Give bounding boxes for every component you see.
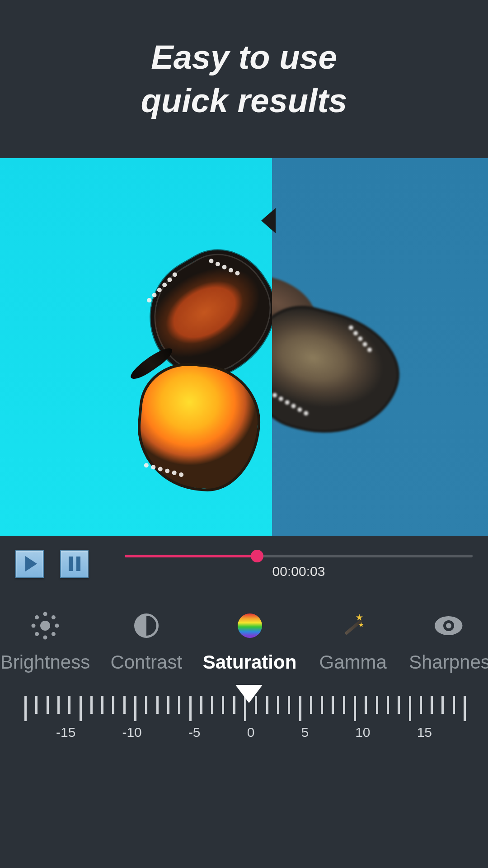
compare-divider-handle-icon[interactable] (261, 208, 276, 233)
butterfly-saturated-image (95, 260, 272, 454)
ruler-label: 0 (247, 725, 255, 740)
ruler-pointer-icon[interactable] (235, 685, 263, 703)
ruler-label: -5 (188, 725, 201, 740)
ruler-tick (299, 696, 301, 721)
playback-controls: 00:00:03 (0, 536, 488, 589)
contrast-icon (132, 612, 160, 640)
ruler-tick (288, 696, 290, 714)
play-icon (25, 556, 37, 571)
tab-label: Brightness (0, 651, 90, 673)
ruler-tick (321, 696, 323, 714)
ruler-tick (343, 696, 345, 714)
saturation-icon (236, 612, 264, 640)
tab-brightness[interactable]: Brightness (0, 612, 90, 673)
ruler-tick (156, 696, 159, 714)
ruler-tick (35, 696, 38, 714)
playback-thumb[interactable] (251, 550, 263, 562)
ruler-tick (441, 696, 444, 714)
ruler-tick (277, 696, 279, 714)
ruler-tick (189, 696, 192, 721)
ruler-tick (112, 696, 114, 714)
ruler-tick (123, 696, 126, 714)
ruler-tick (80, 696, 82, 721)
tab-saturation[interactable]: Saturation (202, 612, 297, 673)
sharpness-icon (435, 612, 463, 640)
ruler-tick (57, 696, 60, 714)
ruler-tick (266, 696, 268, 714)
ruler-tick (431, 696, 433, 714)
tab-gamma[interactable]: Gamma (305, 612, 400, 673)
ruler-tick (398, 696, 400, 714)
ruler-tick (211, 696, 213, 714)
tab-contrast[interactable]: Contrast (99, 612, 194, 673)
playback-progress-fill (125, 555, 257, 557)
ruler-tick (47, 696, 49, 714)
value-ruler[interactable]: -15-10-5051015 (0, 687, 488, 740)
ruler-tick (376, 696, 378, 714)
ruler-tick (68, 696, 70, 714)
timecode-label: 00:00:03 (272, 564, 325, 579)
tab-label: Sharpness (409, 651, 488, 673)
adjustment-tabs: Brightness Contrast Saturation Gamma Sha… (0, 589, 488, 687)
ruler-label: -10 (122, 725, 141, 740)
ruler-tick (420, 696, 422, 714)
preview-comparison[interactable] (0, 158, 488, 536)
ruler-tick (24, 696, 27, 721)
ruler-label: 5 (301, 725, 309, 740)
playback-slider[interactable]: 00:00:03 (125, 548, 473, 579)
preview-before (272, 158, 488, 536)
tab-sharpness[interactable]: Sharpness (409, 612, 488, 673)
ruler-tick (145, 696, 147, 714)
tab-label: Contrast (110, 651, 182, 673)
ruler-label: 10 (355, 725, 370, 740)
ruler-tick (365, 696, 367, 714)
ruler-tick (354, 696, 356, 721)
ruler-tick (101, 696, 103, 714)
ruler-tick (453, 696, 455, 714)
ruler-tick (90, 696, 93, 714)
butterfly-desaturated-image (272, 294, 408, 452)
tab-label: Saturation (203, 651, 297, 673)
header-line-2: quick results (141, 79, 347, 123)
play-button[interactable] (15, 550, 44, 578)
promo-header: Easy to use quick results (0, 0, 488, 158)
brightness-icon (31, 612, 59, 640)
ruler-tick (222, 696, 224, 714)
ruler-tick (332, 696, 334, 714)
pause-button[interactable] (60, 550, 89, 578)
ruler-tick (134, 696, 136, 721)
ruler-label: -15 (56, 725, 75, 740)
ruler-tick (409, 696, 411, 721)
ruler-tick (178, 696, 180, 714)
gamma-icon (339, 612, 367, 640)
preview-after (0, 158, 272, 536)
tab-label: Gamma (319, 651, 387, 673)
header-line-1: Easy to use (151, 36, 337, 79)
ruler-tick (310, 696, 312, 714)
ruler-tick (200, 696, 202, 714)
pause-icon (69, 557, 80, 571)
ruler-tick (167, 696, 169, 714)
ruler-tick (387, 696, 389, 714)
ruler-tick (464, 696, 466, 721)
ruler-label: 15 (417, 725, 432, 740)
